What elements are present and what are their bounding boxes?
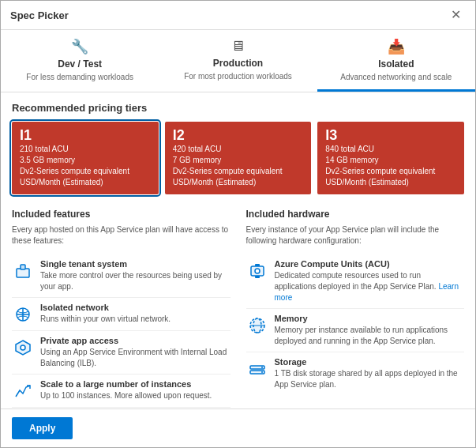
features-title: Included features [12, 209, 231, 220]
tab-bar: 🔧 Dev / Test For less demanding workload… [1, 30, 475, 92]
tab-isolated-label: Isolated [378, 58, 414, 70]
svg-rect-14 [255, 276, 260, 278]
scale-name: Scale to a large number of instances [40, 379, 212, 389]
close-button[interactable]: ✕ [446, 7, 466, 23]
hardware-memory: Memory Memory per instance available to … [246, 309, 465, 352]
memory-desc: Memory per instance available to run app… [275, 325, 465, 347]
features-description: Every app hosted on this App Service pla… [12, 224, 231, 247]
tier-i1[interactable]: I1 210 total ACU3.5 GB memoryDv2-Series … [12, 122, 159, 194]
tier-i2-badge: I2 [173, 128, 304, 142]
spec-picker-window: Spec Picker ✕ 🔧 Dev / Test For less dema… [0, 0, 476, 448]
tab-production-sublabel: For most production workloads [184, 72, 292, 81]
private-access-name: Private app access [40, 336, 231, 345]
scale-desc: Up to 100 instances. More allowed upon r… [40, 390, 212, 401]
title-bar: Spec Picker ✕ [1, 1, 475, 30]
isolated-network-icon [12, 303, 34, 326]
tier-i3[interactable]: I3 840 total ACU14 GB memoryDv2-Series c… [317, 122, 464, 194]
tab-production[interactable]: 🖥 Production For most production workloa… [159, 30, 317, 92]
window-title: Spec Picker [10, 9, 69, 21]
feature-private-access: Private app access Using an App Service … [12, 331, 231, 375]
monitor-icon: 🖥 [231, 38, 245, 55]
tab-dev-test-label: Dev / Test [58, 58, 102, 70]
svg-point-21 [261, 371, 263, 373]
included-features-col: Included features Every app hosted on th… [12, 209, 231, 408]
recommended-section-title: Recommended pricing tiers [12, 102, 464, 114]
memory-name: Memory [275, 314, 465, 323]
feature-list: Single tenant system Take more control o… [12, 254, 231, 408]
storage-desc: 1 TB disk storage shared by all apps dep… [275, 368, 465, 390]
single-tenant-desc: Take more control over the resources bei… [40, 270, 231, 292]
svg-point-20 [261, 367, 263, 368]
hardware-acu: Azure Compute Units (ACU) Dedicated comp… [246, 254, 465, 309]
tab-isolated-sublabel: Advanced networking and scale [340, 73, 452, 81]
memory-icon [246, 314, 268, 337]
scale-icon [12, 380, 34, 402]
svg-point-4 [21, 345, 25, 350]
tab-production-label: Production [213, 58, 263, 69]
storage-name: Storage [275, 357, 465, 367]
feature-isolated-network: Isolated network Runs within your own vi… [12, 298, 231, 331]
tab-dev-test[interactable]: 🔧 Dev / Test For less demanding workload… [1, 30, 159, 92]
two-col-section: Included features Every app hosted on th… [12, 209, 464, 408]
tier-i1-badge: I1 [20, 128, 151, 142]
isolated-network-name: Isolated network [40, 303, 171, 312]
acu-name: Azure Compute Units (ACU) [275, 259, 465, 269]
storage-icon [246, 358, 268, 380]
pricing-tiers: I1 210 total ACU3.5 GB memoryDv2-Series … [12, 122, 464, 194]
apply-button[interactable]: Apply [12, 417, 73, 439]
acu-icon [246, 260, 268, 282]
wrench-icon: 🔧 [71, 38, 88, 55]
feature-scale: Scale to a large number of instances Up … [12, 375, 231, 408]
tier-i3-badge: I3 [325, 128, 456, 142]
svg-rect-13 [255, 264, 260, 266]
footer: Apply [1, 408, 475, 447]
feature-single-tenant: Single tenant system Take more control o… [12, 254, 231, 298]
isolated-network-desc: Runs within your own virtual network. [40, 314, 171, 325]
tier-i2[interactable]: I2 420 total ACU7 GB memoryDv2-Series co… [165, 122, 312, 194]
private-access-desc: Using an App Service Environment with In… [40, 347, 231, 369]
hardware-storage: Storage 1 TB disk storage shared by all … [246, 352, 465, 395]
tab-isolated[interactable]: 📥 Isolated Advanced networking and scale [317, 30, 475, 92]
svg-rect-1 [21, 265, 25, 269]
isolated-icon: 📥 [388, 38, 405, 55]
tab-dev-test-sublabel: For less demanding workloads [26, 73, 133, 81]
tier-i2-detail: 420 total ACU7 GB memoryDv2-Series compu… [173, 144, 304, 188]
svg-point-12 [255, 269, 260, 273]
tier-i3-detail: 840 total ACU14 GB memoryDv2-Series comp… [325, 144, 456, 188]
tier-i1-detail: 210 total ACU3.5 GB memoryDv2-Series com… [20, 144, 151, 188]
single-tenant-icon [12, 260, 34, 282]
single-tenant-name: Single tenant system [40, 259, 231, 269]
learn-more-link[interactable]: Learn more [275, 282, 459, 302]
hardware-list: Azure Compute Units (ACU) Dedicated comp… [246, 254, 465, 395]
included-hardware-col: Included hardware Every instance of your… [246, 209, 465, 408]
main-content: Recommended pricing tiers I1 210 total A… [1, 92, 475, 408]
hardware-title: Included hardware [246, 209, 465, 220]
hardware-description: Every instance of your App Service plan … [246, 224, 465, 247]
private-access-icon [12, 337, 34, 359]
acu-desc: Dedicated compute resources used to run … [275, 270, 465, 303]
